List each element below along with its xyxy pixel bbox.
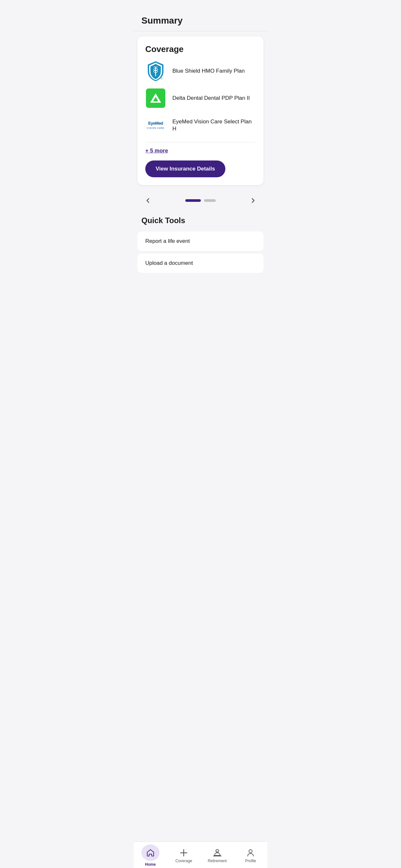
eyemed-logo: EyeMed VISION CARE: [145, 115, 166, 135]
quick-tools-title: Quick Tools: [134, 211, 267, 229]
blue-shield-logo: ®: [145, 61, 166, 82]
upload-document-button[interactable]: Upload a document: [137, 253, 264, 273]
eyemed-text: EyeMed VISION CARE: [147, 121, 164, 129]
card-divider: [145, 142, 256, 143]
coverage-item-blue-shield: ® Blue Shield HMO Family Plan: [145, 61, 256, 82]
carousel-dot-1[interactable]: [185, 199, 201, 202]
coverage-item-delta-dental: Delta Dental Dental PDP Plan II: [145, 88, 256, 108]
svg-text:®: ®: [161, 78, 163, 80]
more-link[interactable]: + 5 more: [145, 148, 256, 154]
carousel-nav: [134, 190, 267, 211]
page-title: Summary: [134, 0, 267, 31]
carousel-next-button[interactable]: [247, 194, 259, 207]
eyemed-plan-name: EyeMed Vision Care Select Plan H: [173, 118, 256, 132]
view-insurance-button[interactable]: View Insurance Details: [145, 160, 225, 177]
coverage-card: Coverage ®: [137, 36, 264, 185]
delta-dental-logo: [145, 88, 166, 108]
carousel-dots: [185, 199, 216, 202]
carousel-prev-button[interactable]: [142, 194, 154, 207]
coverage-card-title: Coverage: [145, 44, 256, 54]
title-divider: [134, 31, 267, 31]
page-container: Summary Coverage: [134, 0, 267, 301]
blue-shield-plan-name: Blue Shield HMO Family Plan: [173, 67, 245, 74]
quick-tools-section: Quick Tools Report a life event Upload a…: [134, 211, 267, 273]
coverage-item-eyemed: EyeMed VISION CARE EyeMed Vision Care Se…: [145, 115, 256, 135]
report-life-event-button[interactable]: Report a life event: [137, 231, 264, 251]
delta-dental-plan-name: Delta Dental Dental PDP Plan II: [173, 95, 250, 102]
carousel-dot-2[interactable]: [204, 199, 216, 202]
